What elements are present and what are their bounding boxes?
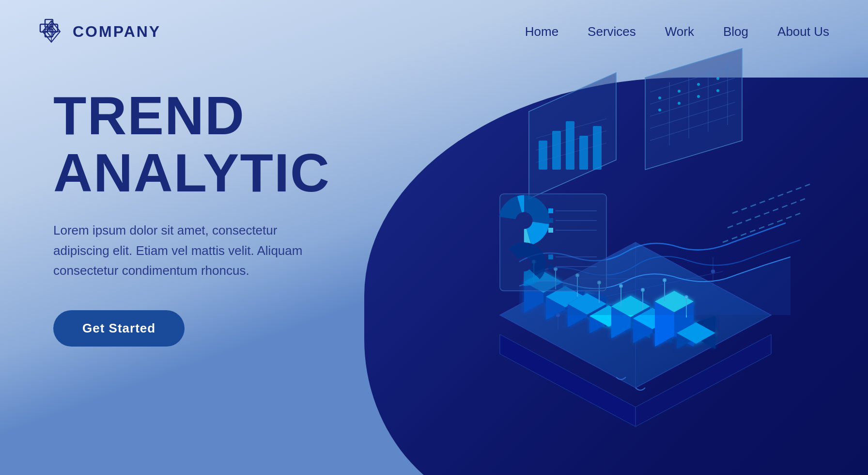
svg-point-83 [678,90,681,93]
logo-text: COMPANY [73,23,161,41]
hero-content: TREND ANALYTIC Lorem ipsum dolor sit ame… [53,87,330,347]
svg-point-84 [697,83,700,86]
hero-description: Lorem ipsum dolor sit amet, consectetur … [53,221,325,281]
svg-point-18 [711,269,715,273]
svg-line-61 [728,199,805,228]
svg-point-88 [697,95,700,98]
nav-work[interactable]: Work [665,24,694,39]
svg-rect-96 [548,228,553,233]
svg-rect-66 [566,121,574,170]
svg-rect-103 [548,264,553,269]
svg-line-60 [732,184,810,213]
hero-title-line2: ANALYTIC [53,142,330,203]
svg-point-89 [716,89,719,92]
nav-home[interactable]: Home [525,24,558,39]
svg-rect-95 [548,218,553,223]
svg-line-62 [723,213,800,242]
page-wrapper: COMPANY Home Services Work Blog About Us… [0,0,868,475]
navigation: COMPANY Home Services Work Blog About Us [0,0,868,63]
svg-point-86 [658,109,661,111]
svg-rect-64 [539,141,547,170]
nav-about[interactable]: About Us [777,24,829,39]
diamond-grid-icon [39,19,64,44]
svg-rect-67 [579,136,588,170]
nav-links: Home Services Work Blog About Us [525,24,829,39]
nav-blog[interactable]: Blog [723,24,748,39]
isometric-illustration [432,39,853,441]
get-started-button[interactable]: Get Started [53,310,185,347]
svg-rect-94 [548,208,553,213]
svg-rect-102 [548,254,553,259]
svg-rect-65 [552,131,561,170]
nav-services[interactable]: Services [588,24,636,39]
logo[interactable]: COMPANY [39,19,161,44]
svg-point-87 [678,102,681,105]
hero-title: TREND ANALYTIC [53,87,330,201]
svg-point-85 [716,77,719,80]
hero-title-line1: TREND [53,85,245,146]
svg-point-82 [658,96,661,99]
